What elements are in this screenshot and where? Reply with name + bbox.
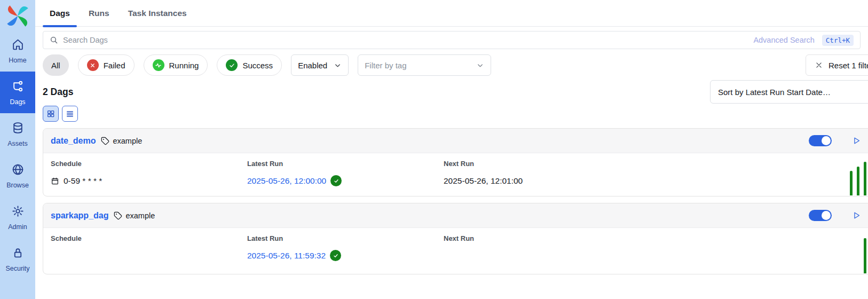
next-run-column: Next Run	[444, 234, 640, 261]
search-icon	[50, 36, 58, 44]
schedule-label: Schedule	[51, 160, 247, 168]
filter-row: All Failed Running Success	[43, 54, 861, 76]
lock-icon	[11, 246, 25, 261]
airflow-dags-page: Home Dags Assets Browse Admin	[0, 0, 868, 299]
dag-tag[interactable]: example	[114, 211, 155, 220]
search-bar: Advanced Search Ctrl+K	[43, 31, 861, 49]
trigger-dag-button[interactable]	[852, 211, 861, 220]
tab-dags[interactable]: Dags	[43, 0, 77, 26]
airflow-logo[interactable]	[6, 0, 29, 30]
sidebar-item-label: Home	[9, 57, 26, 64]
database-icon	[11, 121, 25, 136]
dag-enabled-toggle[interactable]	[809, 135, 832, 146]
dag-name-link[interactable]: date_demo	[51, 136, 96, 146]
play-icon	[852, 136, 861, 145]
grid-icon	[46, 109, 55, 118]
schedule-label: Schedule	[51, 234, 247, 242]
main-content: Dags Runs Task Instances Advanced Search…	[35, 0, 868, 299]
next-run-value	[444, 250, 640, 261]
schedule-value	[51, 250, 247, 261]
toggle-knob	[822, 211, 831, 220]
dag-card-actions	[809, 135, 861, 146]
dag-name-link[interactable]: sparkapp_dag	[51, 211, 108, 221]
reset-filters-button[interactable]: Reset 1 filter	[806, 54, 868, 76]
filter-success-label: Success	[242, 61, 273, 70]
filter-all-chip[interactable]: All	[43, 54, 69, 76]
schedule-column: Schedule	[51, 234, 247, 261]
globe-icon	[11, 163, 25, 178]
calendar-icon	[51, 177, 59, 185]
sidebar-item-label: Admin	[8, 223, 27, 231]
dag-tag[interactable]: example	[101, 137, 142, 145]
reset-filters-label: Reset 1 filter	[828, 61, 868, 70]
latest-run-value: 2025-05-26, 12:00:00	[247, 175, 444, 186]
shortcut-badge: Ctrl+K	[822, 35, 854, 46]
dag-card-date-demo: date_demo example Schedule	[43, 128, 868, 196]
trigger-dag-button[interactable]	[852, 136, 861, 145]
run-success-badge	[330, 250, 341, 261]
toggle-knob	[822, 136, 831, 145]
run-history-bar[interactable]	[864, 238, 866, 273]
enabled-select[interactable]: Enabled	[291, 54, 349, 76]
sidebar-item-label: Browse	[6, 182, 29, 189]
run-history-bar[interactable]	[857, 167, 859, 195]
latest-run-column: Latest Run 2025-05-26, 12:00:00	[247, 160, 444, 186]
sidebar-item-dags[interactable]: Dags	[0, 72, 35, 113]
dag-card-actions	[809, 210, 861, 221]
filter-running-label: Running	[169, 61, 199, 70]
dag-card-header: date_demo example	[43, 129, 868, 153]
latest-run-link[interactable]: 2025-05-26, 12:00:00	[247, 176, 326, 186]
latest-run-column: Latest Run 2025-05-26, 11:59:32	[247, 234, 444, 261]
dag-enabled-toggle[interactable]	[809, 210, 832, 221]
filter-failed-chip[interactable]: Failed	[78, 54, 135, 76]
dag-card-sparkapp-dag: sparkapp_dag example Schedu	[43, 203, 868, 274]
filter-success-chip[interactable]: Success	[217, 54, 282, 76]
chevron-down-icon	[334, 61, 342, 69]
run-history-bar[interactable]	[850, 171, 853, 195]
card-view-button[interactable]	[43, 106, 59, 122]
close-icon	[815, 61, 823, 69]
tab-bar: Dags Runs Task Instances	[35, 0, 868, 27]
sidebar-item-admin[interactable]: Admin	[0, 196, 35, 238]
failed-x-icon	[87, 59, 99, 71]
sidebar-item-security[interactable]: Security	[0, 238, 35, 280]
search-input[interactable]	[63, 36, 753, 44]
sidebar-item-assets[interactable]: Assets	[0, 113, 35, 155]
latest-run-label: Latest Run	[247, 234, 444, 242]
list-view-button[interactable]	[62, 106, 78, 122]
sidebar-item-browse[interactable]: Browse	[0, 155, 35, 196]
schedule-value: 0-59 * * * *	[51, 175, 247, 186]
latest-run-link[interactable]: 2025-05-26, 11:59:32	[247, 251, 326, 261]
schedule-column: Schedule 0-59 * * * *	[51, 160, 247, 186]
schedule-text: 0-59 * * * *	[64, 176, 102, 186]
run-history-bars	[850, 162, 866, 195]
tab-task-instances[interactable]: Task Instances	[121, 0, 194, 26]
home-icon	[11, 38, 25, 53]
tag-icon	[101, 137, 109, 145]
dag-card-body: Schedule Latest Run 2025-05-26, 11:59:32…	[43, 228, 868, 274]
latest-run-label: Latest Run	[247, 160, 444, 168]
tag-filter-select[interactable]: Filter by tag	[358, 54, 491, 76]
dag-count: 2 Dags	[43, 86, 73, 98]
next-run-column: Next Run 2025-05-26, 12:01:00	[444, 160, 640, 186]
advanced-search-link[interactable]: Advanced Search	[753, 36, 814, 44]
play-icon	[852, 211, 861, 220]
sidebar-item-home[interactable]: Home	[0, 30, 35, 72]
sort-select[interactable]: Sort by Latest Run Start Date…	[710, 80, 868, 104]
sidebar-item-label: Assets	[7, 140, 28, 147]
next-run-label: Next Run	[444, 160, 640, 168]
sidebar: Home Dags Assets Browse Admin	[0, 0, 35, 299]
tab-runs[interactable]: Runs	[82, 0, 116, 26]
dag-tag-label: example	[113, 137, 142, 145]
run-history-bar[interactable]	[864, 162, 866, 195]
sidebar-item-label: Security	[5, 265, 29, 272]
enabled-select-value: Enabled	[298, 61, 327, 70]
dag-card-body: Schedule 0-59 * * * * Latest Run 2025-05…	[43, 153, 868, 196]
filter-running-chip[interactable]: Running	[144, 54, 208, 76]
filter-failed-label: Failed	[104, 61, 125, 70]
sort-select-value: Sort by Latest Run Start Date…	[718, 88, 831, 97]
next-run-value: 2025-05-26, 12:01:00	[444, 175, 640, 186]
run-history-bars	[864, 238, 866, 273]
dag-card-header: sparkapp_dag example	[43, 203, 868, 228]
filter-all-label: All	[51, 61, 60, 70]
